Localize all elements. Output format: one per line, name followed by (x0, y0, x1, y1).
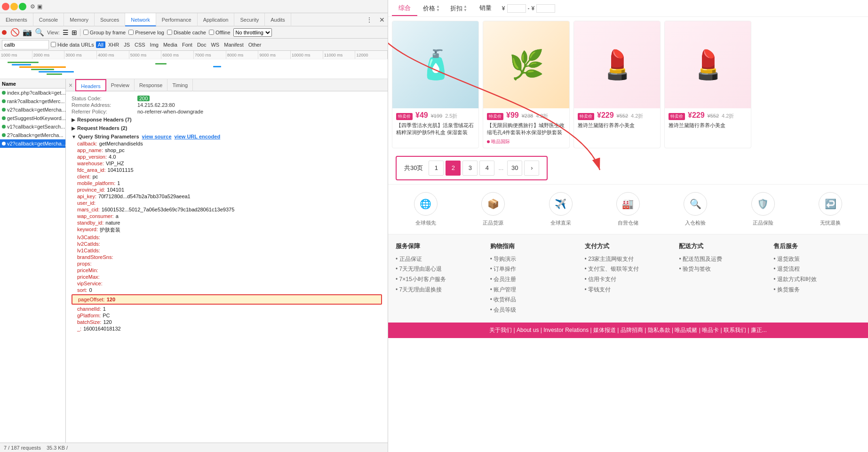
window-minimize-button[interactable] (10, 3, 18, 10)
footer-link[interactable]: • 导购演示 (490, 254, 577, 265)
capture-screenshot-button[interactable]: 📷 (23, 28, 32, 37)
list-item[interactable]: getSuggestHotKeyword... (0, 114, 65, 122)
yen-max-input[interactable] (536, 4, 555, 13)
request-name: getSuggestHotKeyword... (7, 115, 65, 121)
footer-link[interactable]: • 支付宝、银联等支付 (585, 264, 672, 274)
filter-other[interactable]: Other (247, 41, 263, 48)
param-key: user_id: (77, 200, 96, 206)
group-by-frame-checkbox[interactable] (83, 30, 88, 35)
nav-tab-折扣[interactable]: 折扣 ▲▼ (446, 1, 472, 16)
footer-link[interactable]: • 7×15小时客户服务 (396, 274, 483, 285)
param-key: app_version: (77, 154, 107, 160)
throttling-select[interactable]: No throttling (233, 28, 272, 37)
footer-link[interactable]: • 收货样品 (490, 295, 577, 305)
product-card[interactable]: 🧴 特卖价 ¥49 ¥199 2.5折 【四季雪洁水光肌】活泉雪绒花石精粹深润护… (392, 21, 479, 148)
filter-doc[interactable]: Doc (195, 41, 208, 48)
list-item[interactable]: rank?callback=getMerc... (0, 97, 65, 105)
tab-preview[interactable]: Preview (106, 79, 135, 91)
filter-js[interactable]: JS (122, 41, 132, 48)
product-card[interactable]: 💄 特卖价 ¥229 ¥552 4.2折 雅诗兰黛随行养养小美盒 (573, 21, 661, 148)
footer-link[interactable]: • 零钱支付 (585, 285, 672, 295)
response-headers-section[interactable]: ▶ Response Headers (7) (72, 115, 382, 123)
footer-link[interactable]: • 验货与签收 (679, 264, 766, 274)
request-headers-section[interactable]: ▶ Request Headers (2) (72, 123, 382, 132)
list-item[interactable]: v2?callback=getMercha... (0, 105, 65, 114)
group-by-frame-label[interactable]: Group by frame (83, 30, 126, 35)
query-params-section[interactable]: ▼ Query String Parameters view source vi… (72, 132, 382, 140)
tab-network[interactable]: Network (125, 13, 156, 26)
hide-data-urls-checkbox[interactable] (51, 42, 56, 47)
page-btn-4[interactable]: 4 (479, 161, 494, 176)
view-source-link[interactable]: view source (142, 134, 172, 139)
product-card[interactable]: 🌿 特卖价 ¥99 ¥238 4.2折 【无限回购便携旅行】城野医生收缩毛孔4件… (483, 21, 570, 148)
details-close-button[interactable]: × (66, 81, 75, 89)
nav-tab-综合[interactable]: 综合 (392, 1, 417, 16)
footer-link[interactable]: • 账户管理 (490, 285, 577, 295)
footer-link[interactable]: • 正品保证 (396, 254, 483, 265)
filter-xhr[interactable]: XHR (106, 41, 121, 48)
footer-link[interactable]: • 退货政策 (773, 254, 860, 265)
tab-memory[interactable]: Memory (64, 13, 95, 26)
footer-link[interactable]: • 会员注册 (490, 274, 577, 285)
window-maximize-button[interactable] (19, 3, 26, 10)
preserve-log-checkbox[interactable] (128, 30, 134, 35)
tab-sources[interactable]: Sources (95, 13, 125, 26)
view-list-button[interactable]: ☰ (63, 29, 69, 36)
devtools-undock-button[interactable]: ✕ (376, 16, 388, 24)
footer-link[interactable]: • 订单操作 (490, 264, 577, 274)
footer-link[interactable]: • 23家主流网银支付 (585, 254, 672, 265)
list-item[interactable]: 2?callback=getMercha... (0, 131, 65, 139)
nav-tab-销量[interactable]: 销量 (473, 1, 498, 16)
tab-application[interactable]: Application (198, 13, 235, 26)
tab-audits[interactable]: Audits (265, 13, 291, 26)
offline-label[interactable]: Offline (209, 30, 231, 35)
record-button[interactable] (2, 30, 7, 35)
tab-response[interactable]: Response (135, 79, 168, 91)
filter-ws[interactable]: WS (209, 41, 221, 48)
search-input[interactable] (2, 40, 49, 49)
filter-media[interactable]: Media (161, 41, 179, 48)
disable-cache-checkbox[interactable] (167, 30, 172, 35)
page-btn-1[interactable]: 1 (429, 161, 444, 176)
tab-elements[interactable]: Elements (0, 13, 33, 26)
footer-link[interactable]: • 退货流程 (773, 264, 860, 274)
list-item-selected[interactable]: v2?callback=getMercha... (0, 139, 65, 148)
window-close-button[interactable] (2, 3, 9, 10)
page-next-btn[interactable]: › (524, 161, 539, 176)
filter-css[interactable]: CSS (133, 41, 147, 48)
footer-link[interactable]: • 会员等级 (490, 305, 577, 315)
yen-min-input[interactable] (507, 4, 526, 13)
tab-console[interactable]: Console (33, 13, 64, 26)
devtools-more-button[interactable]: ⋮ (362, 16, 376, 24)
filter-all[interactable]: All (96, 41, 105, 48)
filter-font[interactable]: Font (180, 41, 194, 48)
filter-img[interactable]: Img (148, 41, 160, 48)
footer-link[interactable]: • 退款方式和时效 (773, 274, 860, 285)
filter-manifest[interactable]: Manifest (222, 41, 246, 48)
view-url-encoded-link[interactable]: view URL encoded (175, 134, 221, 139)
view-large-button[interactable]: ⊞ (72, 29, 77, 36)
offline-checkbox[interactable] (209, 30, 214, 35)
product-image-icon: 🧴 (418, 48, 454, 81)
tab-headers[interactable]: Headers (75, 79, 106, 91)
page-btn-30[interactable]: 30 (507, 161, 522, 176)
footer-link[interactable]: • 信用卡支付 (585, 274, 672, 285)
list-item[interactable]: v1?callback=getSearch... (0, 122, 65, 131)
page-btn-3[interactable]: 3 (462, 161, 478, 176)
list-item[interactable]: index.php?callback=get... (0, 89, 65, 97)
nav-tab-价格[interactable]: 价格 ▲▼ (418, 1, 445, 16)
footer-link[interactable]: • 7天无理由退心退 (396, 264, 483, 274)
preserve-log-label[interactable]: Preserve log (128, 30, 164, 35)
page-btn-2[interactable]: 2 (446, 161, 461, 176)
hide-data-urls-label[interactable]: Hide data URLs (51, 42, 94, 48)
disable-cache-label[interactable]: Disable cache (167, 30, 206, 35)
product-card[interactable]: 💄 特卖价 ¥229 ¥552 4.2折 雅诗兰黛随行养养小美盒 (664, 21, 751, 148)
filter-icon[interactable]: 🔍 (35, 28, 44, 37)
footer-link[interactable]: • 换货服务 (773, 285, 860, 295)
tab-performance[interactable]: Performance (156, 13, 198, 26)
clear-button[interactable]: 🚫 (10, 28, 20, 37)
footer-link[interactable]: • 配送范围及运费 (679, 254, 766, 265)
tab-timing[interactable]: Timing (167, 79, 193, 91)
tab-security[interactable]: Security (234, 13, 265, 26)
footer-link[interactable]: • 7天无理由退换接 (396, 285, 483, 295)
